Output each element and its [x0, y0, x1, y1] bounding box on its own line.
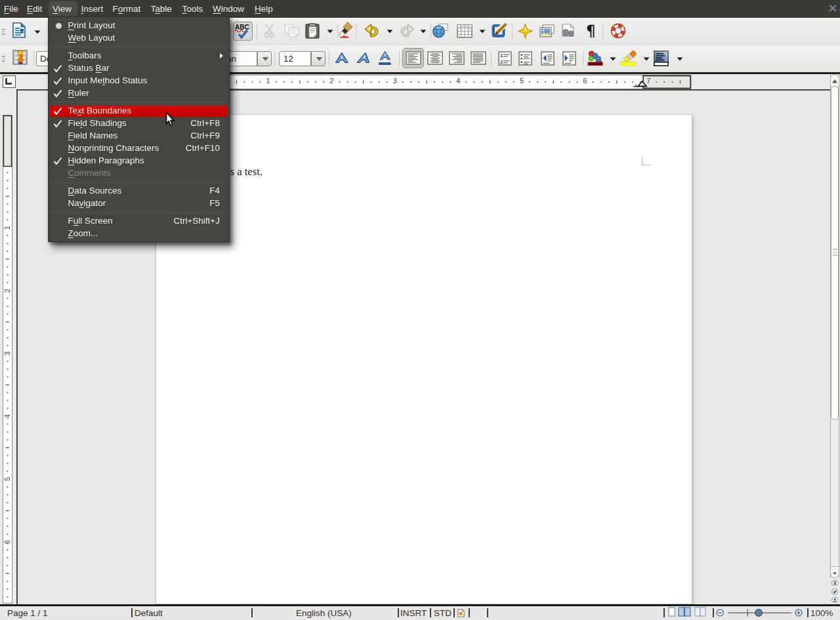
svg-text:4: 4	[3, 414, 11, 418]
svg-text:1: 1	[500, 52, 503, 58]
svg-text:5: 5	[3, 477, 11, 481]
svg-text:6: 6	[3, 540, 11, 544]
svg-text:2: 2	[500, 59, 503, 65]
svg-text:3: 3	[3, 352, 11, 356]
svg-text:2: 2	[3, 289, 11, 293]
svg-text:ABC: ABC	[235, 24, 249, 31]
